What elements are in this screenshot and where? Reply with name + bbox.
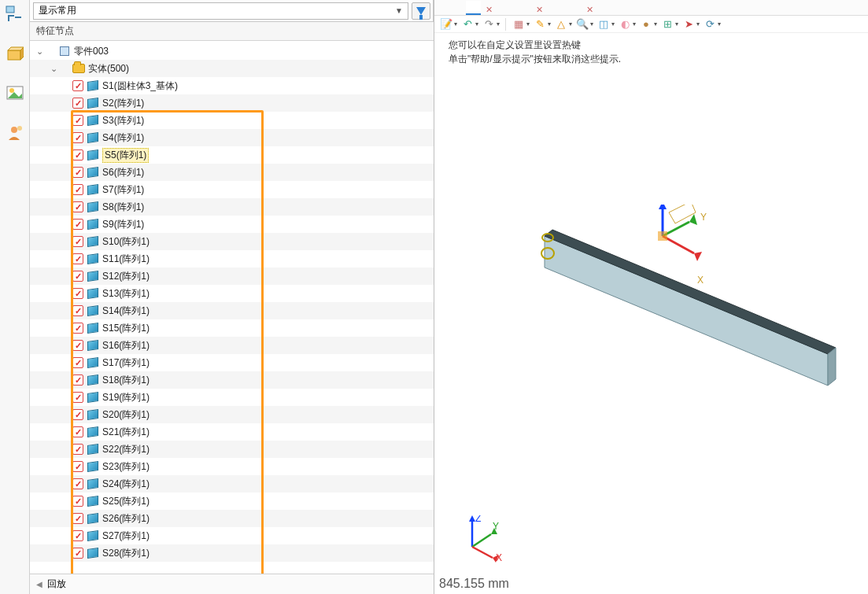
chevron-down-icon[interactable]: ▾ bbox=[675, 20, 678, 28]
checkbox[interactable] bbox=[72, 496, 83, 507]
chevron-down-icon[interactable]: ▾ bbox=[548, 20, 551, 28]
solid-item[interactable]: S17(阵列1) bbox=[30, 354, 434, 371]
playback-prev-icon[interactable]: ◀ bbox=[36, 580, 42, 588]
checkbox[interactable] bbox=[72, 236, 83, 247]
solid-item[interactable]: S24(阵列1) bbox=[30, 475, 434, 493]
solid-item[interactable]: S14(阵列1) bbox=[30, 302, 434, 319]
solid-item[interactable]: S16(阵列1) bbox=[30, 337, 434, 354]
checkbox[interactable] bbox=[72, 426, 83, 437]
checkbox[interactable] bbox=[72, 288, 83, 299]
checkbox[interactable] bbox=[72, 219, 83, 230]
solid-item[interactable]: S22(阵列1) bbox=[30, 441, 434, 458]
solid-item[interactable]: S18(阵列1) bbox=[30, 371, 434, 389]
checkbox[interactable] bbox=[72, 374, 83, 386]
chevron-down-icon[interactable]: ▾ bbox=[633, 20, 636, 28]
tab-3[interactable] bbox=[567, 1, 582, 15]
chevron-down-icon[interactable]: ▾ bbox=[611, 20, 615, 28]
solid-item[interactable]: S2(阵列1) bbox=[30, 94, 434, 112]
solid-item[interactable]: S5(阵列1) bbox=[30, 146, 434, 164]
part-tree-icon[interactable] bbox=[5, 5, 25, 25]
solid-item[interactable]: S7(阵列1) bbox=[30, 181, 434, 198]
checkbox[interactable] bbox=[72, 115, 83, 126]
solid-item[interactable]: S13(阵列1) bbox=[30, 285, 434, 302]
orbit-icon[interactable]: ⟳ bbox=[703, 17, 717, 31]
undo-icon[interactable]: ↶ bbox=[460, 17, 475, 31]
solid-item[interactable]: S12(阵列1) bbox=[30, 267, 434, 285]
checkbox[interactable] bbox=[72, 132, 83, 143]
chevron-down-icon[interactable]: ▾ bbox=[526, 20, 530, 28]
view-icon[interactable]: ◫ bbox=[597, 17, 611, 31]
chevron-down-icon[interactable]: ▾ bbox=[454, 20, 457, 28]
checkbox[interactable] bbox=[72, 253, 83, 264]
display-filter-combo[interactable]: 显示常用 ▼ bbox=[33, 2, 408, 20]
solid-item[interactable]: S15(阵列1) bbox=[30, 319, 434, 337]
tab-2[interactable] bbox=[516, 1, 531, 15]
checkbox[interactable] bbox=[72, 271, 83, 282]
checkbox[interactable] bbox=[72, 444, 83, 455]
checkbox[interactable] bbox=[72, 513, 83, 524]
checkbox[interactable] bbox=[72, 80, 83, 91]
checkbox[interactable] bbox=[72, 167, 83, 178]
solid-item[interactable]: S4(阵列1) bbox=[30, 129, 434, 146]
solid-item[interactable]: S1(圆柱体3_基体) bbox=[30, 77, 434, 94]
checkbox[interactable] bbox=[72, 392, 83, 403]
image-icon[interactable] bbox=[5, 83, 25, 104]
solid-item[interactable]: S23(阵列1) bbox=[30, 458, 434, 475]
checkbox[interactable] bbox=[72, 548, 83, 559]
expand-icon[interactable]: ⌄ bbox=[35, 46, 44, 57]
box-icon[interactable] bbox=[5, 44, 25, 65]
tree-scroll[interactable]: ⌄零件003⌄实体(500) S1(圆柱体3_基体) S2(阵列1) S3(阵列… bbox=[30, 41, 434, 574]
solid-item[interactable]: S11(阵列1) bbox=[30, 250, 434, 267]
chevron-down-icon[interactable]: ▾ bbox=[696, 20, 700, 28]
solid-item[interactable]: S9(阵列1) bbox=[30, 216, 434, 233]
chevron-down-icon[interactable]: ▾ bbox=[654, 20, 657, 28]
chevron-down-icon[interactable]: ▾ bbox=[497, 20, 500, 28]
solid-item[interactable]: S10(阵列1) bbox=[30, 233, 434, 250]
expand-icon[interactable]: ⌄ bbox=[49, 64, 58, 74]
checkbox[interactable] bbox=[72, 461, 83, 472]
checkbox[interactable] bbox=[72, 184, 83, 195]
solid-item[interactable]: S27(阵列1) bbox=[30, 527, 434, 544]
checkbox[interactable] bbox=[72, 357, 83, 368]
chevron-down-icon[interactable]: ▾ bbox=[590, 20, 593, 28]
note-icon[interactable]: 📝 bbox=[439, 17, 453, 31]
close-icon[interactable]: ✕ bbox=[486, 5, 493, 15]
close-icon[interactable]: ✕ bbox=[586, 5, 593, 15]
solid-item[interactable]: S3(阵列1) bbox=[30, 112, 434, 129]
checkbox[interactable] bbox=[72, 149, 83, 160]
checkbox[interactable] bbox=[72, 409, 83, 420]
user-icon[interactable] bbox=[5, 123, 25, 143]
checkbox[interactable] bbox=[72, 323, 83, 334]
wire-icon[interactable]: ⊞ bbox=[660, 17, 674, 31]
checkbox[interactable] bbox=[72, 98, 83, 109]
globe-icon[interactable]: ◐ bbox=[618, 17, 632, 31]
checkbox[interactable] bbox=[72, 530, 83, 541]
solid-item[interactable]: S28(阵列1) bbox=[30, 544, 434, 562]
checkbox[interactable] bbox=[72, 340, 83, 351]
tree-root[interactable]: ⌄零件003 bbox=[30, 42, 434, 60]
chevron-down-icon[interactable]: ▾ bbox=[569, 20, 572, 28]
shade-icon[interactable]: ● bbox=[639, 17, 653, 31]
solid-item[interactable]: S25(阵列1) bbox=[30, 493, 434, 510]
checkbox[interactable] bbox=[72, 201, 83, 212]
solid-item[interactable]: S20(阵列1) bbox=[30, 406, 434, 423]
tab-active[interactable] bbox=[466, 1, 481, 15]
redo-icon[interactable]: ↷ bbox=[482, 17, 496, 31]
solid-item[interactable]: S6(阵列1) bbox=[30, 164, 434, 181]
solid-item[interactable]: S8(阵列1) bbox=[30, 198, 434, 216]
zoom-icon[interactable]: 🔍 bbox=[575, 17, 589, 31]
checkbox[interactable] bbox=[72, 305, 83, 316]
pencil-icon[interactable]: ✎ bbox=[533, 17, 547, 31]
solid-item[interactable]: S21(阵列1) bbox=[30, 423, 434, 441]
cone-icon[interactable]: △ bbox=[554, 17, 568, 31]
arrow-icon[interactable]: ➤ bbox=[681, 17, 696, 31]
solid-item[interactable]: S19(阵列1) bbox=[30, 389, 434, 406]
solids-folder[interactable]: ⌄实体(500) bbox=[30, 60, 434, 77]
close-icon[interactable]: ✕ bbox=[536, 5, 543, 15]
filter-button[interactable] bbox=[412, 2, 430, 20]
chevron-down-icon[interactable]: ▾ bbox=[475, 20, 478, 28]
solid-item[interactable]: S26(阵列1) bbox=[30, 510, 434, 527]
grid-icon[interactable]: ▦ bbox=[512, 17, 526, 31]
checkbox[interactable] bbox=[72, 478, 83, 489]
viewport-3d[interactable]: ✕ ✕ ✕ 📝▾↶▾↷▾▦▾✎▾△▾🔍▾◫▾◐▾●▾⊞▾➤▾⟳▾ 您可以在自定义… bbox=[434, 0, 868, 594]
